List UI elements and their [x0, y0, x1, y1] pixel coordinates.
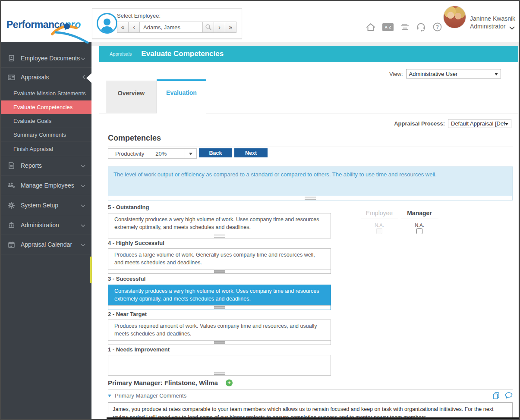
- employee-nav-controls: « ‹ › »: [117, 22, 236, 33]
- sidebar-item-manage-employees[interactable]: Manage Employees: [1, 176, 91, 195]
- dropdown-caret-icon: [189, 153, 192, 155]
- resize-handle[interactable]: [108, 371, 331, 375]
- employee-na-label: N.A.: [360, 223, 399, 228]
- sidebar-item-administration[interactable]: Administration: [1, 215, 91, 235]
- users-gear-icon: [7, 182, 15, 188]
- user-role: Administrator: [470, 23, 505, 30]
- user-menu-chevron-down-icon[interactable]: [509, 24, 515, 31]
- tab-evaluation[interactable]: Evaluation: [157, 79, 206, 114]
- employee-search-button[interactable]: [202, 22, 214, 33]
- comments-title: Primary Manager Comments: [115, 392, 186, 399]
- help-icon[interactable]: ?: [433, 22, 442, 31]
- select-divider: [185, 149, 185, 158]
- appraisal-process-row: Appraisal Process: Default Appraisal [De…: [303, 119, 511, 128]
- language-az-icon[interactable]: AZ: [382, 23, 394, 31]
- sidebar-item-system-setup[interactable]: System Setup: [1, 195, 91, 215]
- resize-handle[interactable]: [108, 340, 331, 345]
- rating-box-4[interactable]: Produces a large volume of work. General…: [108, 248, 331, 274]
- employee-column-header: Employee: [360, 210, 399, 216]
- manager-na-checkbox[interactable]: [416, 228, 422, 234]
- next-employee-button[interactable]: ›: [214, 22, 225, 33]
- rating-text-3: Consistently produces a very high volume…: [108, 285, 331, 305]
- resize-handle[interactable]: [108, 269, 331, 273]
- chevron-down-icon: [81, 202, 85, 209]
- rating-text-4: Produces a large volume of work. General…: [108, 249, 331, 269]
- breadcrumb: Appraisals: [110, 51, 132, 56]
- rating-label-3: 3 - Successful: [108, 276, 145, 282]
- sidebar-nav: Employee Documents Appraisals Evaluate M…: [1, 42, 91, 420]
- previous-employee-button[interactable]: ‹: [128, 22, 140, 33]
- competency-description-text: The level of work output or efficiency a…: [108, 167, 512, 196]
- competency-select[interactable]: Productivity 20%: [108, 148, 197, 159]
- manager-column-rule: [401, 219, 438, 219]
- sidebar-item-employee-documents[interactable]: Employee Documents: [1, 49, 91, 68]
- employee-selector-panel: Select Employee: « ‹ › »: [92, 8, 242, 39]
- sidebar-item-reports[interactable]: Reports: [1, 156, 91, 176]
- sidebar-subitem-evaluate-competencies[interactable]: Evaluate Competencies: [1, 100, 91, 114]
- dropdown-caret-icon: [495, 73, 498, 75]
- competency-description-box[interactable]: The level of work output or efficiency a…: [108, 166, 513, 201]
- rating-label-5: 5 - Outstanding: [108, 204, 149, 210]
- back-button[interactable]: Back: [199, 148, 232, 157]
- appraisals-submenu: Evaluate Mission Statements Evaluate Com…: [1, 87, 91, 156]
- sidebar-subitem-evaluate-goals[interactable]: Evaluate Goals: [1, 114, 91, 128]
- primary-manager-row: Primary Manager: Flintstone, Wilma +: [108, 379, 233, 386]
- section-divider: [108, 147, 513, 147]
- calendar-icon: [7, 241, 15, 248]
- appraisal-process-select[interactable]: Default Appraisal [Defa: [448, 119, 511, 128]
- comment-bubble-icon[interactable]: [505, 392, 513, 399]
- sidebar-subitem-summary-comments[interactable]: Summary Comments: [1, 128, 91, 142]
- rating-text-5: Consistently produces a very high volume…: [108, 213, 331, 234]
- active-section-notch: [86, 73, 91, 83]
- first-employee-button[interactable]: «: [117, 22, 129, 33]
- rating-box-2[interactable]: Produces required amount of work. Values…: [108, 320, 331, 345]
- grip-icon: [214, 341, 225, 344]
- bank-icon: [7, 222, 15, 228]
- header-divider-strip: [91, 42, 520, 46]
- logo-figure-icon: [50, 21, 91, 44]
- sidebar-item-appraisals[interactable]: Appraisals: [1, 68, 91, 87]
- collapse-caret-icon[interactable]: [108, 395, 111, 397]
- comments-toolbar: [493, 392, 513, 399]
- page-title: Evaluate Competencies: [141, 50, 224, 58]
- sidebar-item-label: Employee Documents: [21, 55, 81, 62]
- sidebar-item-appraisal-calendar[interactable]: Appraisal Calendar: [1, 235, 91, 254]
- competency-weight: 20%: [155, 150, 167, 157]
- chevron-down-icon: [81, 55, 85, 62]
- rating-box-3-selected[interactable]: Consistently produces a very high volume…: [108, 285, 331, 310]
- primary-manager-comments-input[interactable]: James, you produce at rates comparable t…: [108, 402, 513, 420]
- rating-label-2: 2 - Near Target: [108, 311, 147, 317]
- view-selector-row: View: Administrative User: [389, 69, 501, 78]
- menu-lines-icon[interactable]: [400, 24, 409, 31]
- view-select[interactable]: Administrative User: [406, 69, 501, 78]
- rating-box-1[interactable]: [108, 355, 331, 376]
- resize-handle[interactable]: [108, 305, 331, 310]
- grip-icon: [214, 270, 225, 273]
- gear-icon: [7, 202, 15, 209]
- rating-text-2: Produces required amount of work. Values…: [108, 320, 331, 340]
- dropdown-caret-icon: [505, 123, 508, 125]
- report-file-icon: [7, 162, 15, 169]
- employee-name-input[interactable]: [139, 22, 203, 33]
- user-avatar[interactable]: [443, 6, 466, 28]
- tab-overview[interactable]: Overview: [106, 81, 157, 113]
- sidebar-subitem-finish-appraisal[interactable]: Finish Appraisal: [1, 142, 91, 156]
- rating-box-5[interactable]: Consistently produces a very high volume…: [108, 213, 331, 238]
- primary-manager-label: Primary Manager: Flintstone, Wilma: [108, 379, 218, 386]
- copy-icon[interactable]: [493, 392, 500, 399]
- right-margin-strip: [518, 46, 520, 420]
- home-icon[interactable]: [366, 23, 375, 31]
- sidebar-subitem-evaluate-mission-statements[interactable]: Evaluate Mission Statements: [1, 87, 91, 100]
- sidebar-item-label: Appraisals: [21, 74, 82, 81]
- support-headset-icon[interactable]: [416, 22, 426, 31]
- add-plus-icon[interactable]: +: [226, 379, 233, 386]
- resize-handle[interactable]: [108, 234, 331, 238]
- chevron-down-icon: [81, 162, 85, 169]
- select-employee-label: Select Employee:: [117, 13, 161, 19]
- view-select-value: Administrative User: [409, 71, 458, 77]
- last-employee-button[interactable]: »: [225, 22, 236, 33]
- svg-text:?: ?: [436, 24, 439, 30]
- resize-handle[interactable]: [108, 196, 512, 200]
- appraisal-process-label: Appraisal Process:: [394, 120, 445, 127]
- next-button[interactable]: Next: [234, 148, 268, 157]
